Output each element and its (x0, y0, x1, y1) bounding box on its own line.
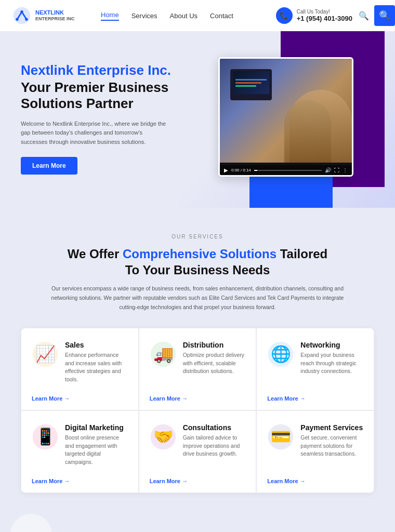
services-section: OUR SERVICES We Offer Comprehensive Solu… (0, 208, 395, 514)
sales-learn-more[interactable]: Learn More → (32, 389, 128, 402)
payment-services-desc: Get secure, convenient payment solutions… (300, 434, 363, 458)
service-card-top-sales: Sales Enhance performance and increase s… (32, 341, 128, 384)
monitor-line-3 (235, 85, 256, 87)
logo[interactable]: NEXTLINK ENTERPRISE INC (12, 6, 90, 25)
sales-desc: Enhance performance and increase sales w… (65, 351, 128, 384)
distribution-title: Distribution (183, 341, 246, 349)
search-icon[interactable]: 🔍 (359, 11, 369, 21)
video-play-button[interactable]: ▶ (224, 167, 228, 173)
footer-circle-decoration (10, 514, 52, 532)
search-button-top[interactable]: 🔍 (374, 5, 395, 26)
person-figure-2 (284, 100, 331, 163)
service-info-payment: Payment Services Get secure, convenient … (300, 423, 363, 458)
hero-section: Nextlink Enterprise Inc. Your Premier Bu… (0, 31, 395, 208)
video-progress-bar[interactable] (254, 170, 322, 171)
footer-area (0, 514, 395, 532)
hero-text: Nextlink Enterprise Inc. Your Premier Bu… (21, 52, 208, 175)
call-label: Call Us Today! (297, 9, 352, 15)
sales-icon (32, 341, 59, 368)
service-info-consult: Consultations Gain tailored advice to im… (183, 423, 246, 458)
sales-title: Sales (65, 341, 128, 349)
service-info-networking: Networking Expand your business reach th… (300, 341, 363, 376)
services-grid: Sales Enhance performance and increase s… (21, 328, 374, 493)
search-icon-white: 🔍 (379, 10, 390, 21)
consultations-desc: Gain tailored advice to improve operatio… (183, 434, 246, 458)
section-title: We Offer Comprehensive Solutions Tailore… (21, 246, 374, 278)
payment-services-learn-more[interactable]: Learn More → (267, 472, 363, 484)
networking-icon (267, 341, 294, 368)
digital-marketing-title: Digital Marketing (65, 423, 128, 432)
nav-home[interactable]: Home (101, 11, 119, 21)
nav-contact[interactable]: Contact (210, 12, 233, 20)
hero-title-blue: Nextlink Enterprise Inc. (21, 62, 208, 78)
service-card-top-networking: Networking Expand your business reach th… (267, 341, 363, 376)
consultations-learn-more[interactable]: Learn More → (150, 472, 246, 484)
video-controls[interactable]: ▶ 0:00 / 0:14 🔊 ⛶ ⋮ (220, 165, 352, 175)
monitor-screen (233, 71, 269, 94)
service-info-sales: Sales Enhance performance and increase s… (65, 341, 128, 384)
nav-services[interactable]: Services (131, 12, 157, 20)
video-timestamp: 0:00 / 0:14 (231, 168, 251, 172)
monitor-lines (235, 77, 267, 88)
call-area: 📞 Call Us Today! +1 (954) 401-3090 (276, 7, 352, 24)
section-title-blue: Comprehensive Solutions (123, 247, 276, 261)
distribution-icon (150, 341, 177, 368)
call-info: Call Us Today! +1 (954) 401-3090 (297, 9, 352, 22)
monitor-decoration (230, 69, 272, 100)
payment-services-title: Payment Services (300, 423, 363, 432)
hero-description: Welcome to Nextlink Enterprise Inc., whe… (21, 119, 166, 147)
main-nav: Home Services About Us Contact (101, 11, 276, 21)
svg-point-1 (20, 10, 23, 13)
logo-text: NEXTLINK ENTERPRISE INC (35, 9, 75, 22)
service-info-digital: Digital Marketing Boost online presence … (65, 423, 128, 467)
service-card-top-consult: Consultations Gain tailored advice to im… (150, 423, 246, 458)
service-card-top-distribution: Distribution Optimize product delivery w… (150, 341, 246, 376)
service-card-top-payment: Payment Services Get secure, convenient … (267, 423, 363, 458)
hero-video-area: ▶ 0:00 / 0:14 🔊 ⛶ ⋮ (218, 52, 364, 177)
networking-title: Networking (300, 341, 363, 349)
hero-cta-button[interactable]: Learn More (21, 157, 77, 175)
svg-point-3 (25, 18, 28, 21)
service-card-top-digital: Digital Marketing Boost online presence … (32, 423, 128, 467)
logo-icon (12, 6, 31, 25)
service-card-digital-marketing: Digital Marketing Boost online presence … (21, 410, 139, 493)
video-expand-icon[interactable]: ⛶ (334, 167, 339, 173)
header-right: 📞 Call Us Today! +1 (954) 401-3090 🔍 ☰ (276, 7, 383, 24)
digital-marketing-desc: Boost online presence and engagement wit… (65, 434, 128, 467)
service-card-payment: Payment Services Get secure, convenient … (256, 410, 374, 493)
digital-marketing-icon (32, 423, 59, 450)
svg-point-0 (14, 7, 30, 24)
payment-services-icon (267, 423, 294, 450)
service-info-distribution: Distribution Optimize product delivery w… (183, 341, 246, 376)
distribution-desc: Optimize product delivery with efficient… (183, 351, 246, 376)
distribution-learn-more[interactable]: Learn More → (150, 389, 246, 402)
svg-point-2 (16, 18, 18, 21)
video-volume-icon[interactable]: 🔊 (325, 167, 331, 173)
video-progress-fill (254, 170, 258, 171)
header: NEXTLINK ENTERPRISE INC Home Services Ab… (0, 0, 395, 31)
section-label: OUR SERVICES (21, 234, 374, 240)
hero-title-black: Your Premier Business Solutions Partner (21, 79, 208, 112)
service-card-distribution: Distribution Optimize product delivery w… (139, 328, 257, 410)
section-title-part1: We Offer (68, 247, 120, 261)
networking-learn-more[interactable]: Learn More → (267, 389, 363, 402)
monitor-line-2 (235, 82, 261, 84)
consultations-title: Consultations (183, 423, 246, 432)
service-card-networking: Networking Expand your business reach th… (256, 328, 374, 410)
video-more-icon[interactable]: ⋮ (343, 167, 348, 173)
section-description: Our services encompass a wide range of b… (42, 284, 353, 312)
nav-about[interactable]: About Us (170, 12, 198, 20)
video-thumbnail (220, 59, 352, 163)
call-number: +1 (954) 401-3090 (297, 15, 352, 22)
hero-video-frame[interactable]: ▶ 0:00 / 0:14 🔊 ⛶ ⋮ (218, 57, 353, 177)
digital-marketing-learn-more[interactable]: Learn More → (32, 472, 128, 484)
service-card-sales: Sales Enhance performance and increase s… (21, 328, 139, 410)
service-card-consultations: Consultations Gain tailored advice to im… (139, 410, 257, 493)
phone-icon: 📞 (276, 7, 293, 24)
monitor-line-1 (235, 79, 267, 81)
consultations-icon (150, 423, 177, 450)
networking-desc: Expand your business reach through strat… (300, 351, 363, 376)
